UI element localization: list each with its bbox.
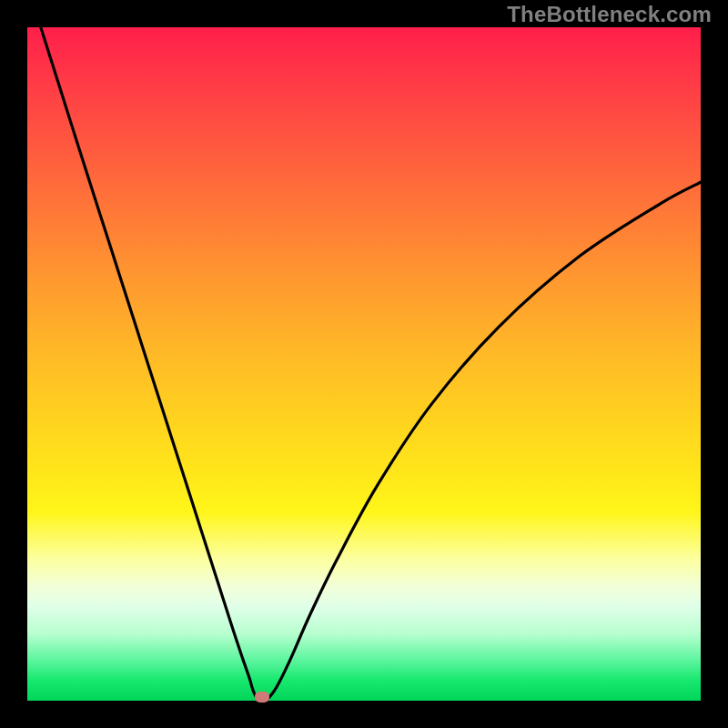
bottleneck-curve [27, 27, 701, 701]
plot-area [27, 27, 701, 701]
min-marker [255, 692, 269, 703]
watermark-text: TheBottleneck.com [507, 2, 712, 27]
chart-frame: TheBottleneck.com [0, 0, 728, 728]
